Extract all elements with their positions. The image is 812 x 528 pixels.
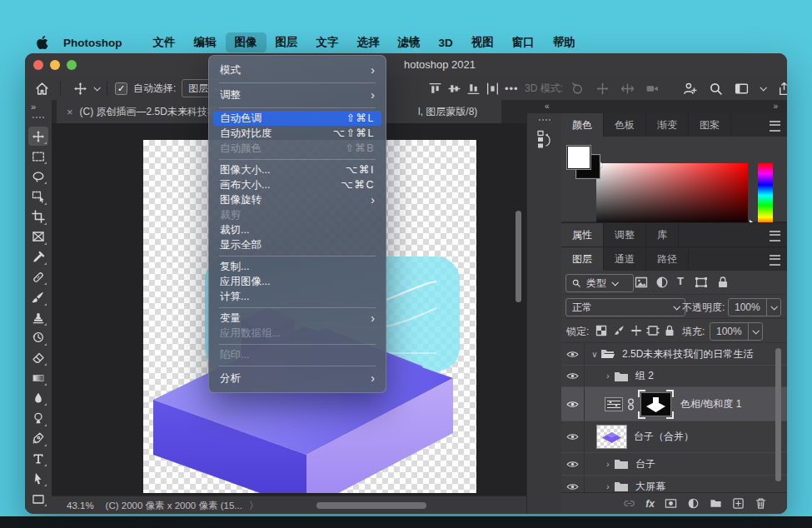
- move-tool[interactable]: [28, 127, 48, 146]
- lasso-tool[interactable]: [28, 167, 48, 186]
- menu-item-mode[interactable]: 模式›: [209, 61, 386, 79]
- menubar-item-filter[interactable]: 滤镜: [389, 32, 430, 52]
- healing-brush-tool[interactable]: [28, 267, 48, 286]
- menubar-item-help[interactable]: 帮助: [544, 32, 585, 52]
- more-options-button[interactable]: •••: [505, 77, 519, 100]
- hue-slider[interactable]: [758, 163, 773, 227]
- home-button[interactable]: [35, 77, 49, 100]
- menubar-item-select[interactable]: 选择: [348, 32, 389, 52]
- layer-name[interactable]: 2.5D未来科技我们的日常生活: [622, 347, 753, 361]
- visibility-eye-icon[interactable]: [561, 453, 585, 475]
- new-group-icon[interactable]: [710, 497, 722, 510]
- layer-name[interactable]: 大屏幕: [635, 480, 665, 494]
- close-tab-icon[interactable]: ×: [67, 106, 73, 118]
- canvas-vertical-scrollbar[interactable]: [516, 211, 521, 302]
- apple-logo-icon[interactable]: [37, 36, 48, 49]
- close-window-button[interactable]: [33, 60, 43, 70]
- align-top-edges-icon[interactable]: [428, 82, 442, 96]
- group-expanded-chevron-icon[interactable]: ∨: [589, 350, 600, 359]
- collapse-strip-chevrons-icon[interactable]: «: [545, 102, 550, 111]
- share-export-icon[interactable]: [777, 82, 787, 96]
- auto-select-checkbox[interactable]: ✓: [115, 82, 127, 95]
- tab-paths[interactable]: 路径: [646, 247, 689, 271]
- menu-item-trim[interactable]: 裁切...: [209, 222, 386, 237]
- canvas-horizontal-scrollbar[interactable]: [316, 502, 426, 509]
- menubar-item-file[interactable]: 文件: [144, 32, 185, 52]
- lock-all-icon[interactable]: [663, 324, 676, 337]
- maximize-window-button[interactable]: [67, 60, 77, 70]
- layer-styles-fx-icon[interactable]: fx: [645, 498, 655, 510]
- delete-layer-icon[interactable]: [755, 497, 767, 510]
- layer-name[interactable]: 色相/饱和度 1: [680, 397, 741, 411]
- visibility-eye-icon[interactable]: [561, 476, 585, 493]
- menu-item-image-rotation[interactable]: 图像旋转›: [209, 192, 386, 207]
- tab-swatches[interactable]: 色板: [604, 113, 646, 137]
- color-saturation-brightness-field[interactable]: [596, 163, 748, 227]
- tool-preset-chevron-icon[interactable]: [93, 84, 100, 91]
- filter-type-dropdown[interactable]: 类型: [565, 274, 634, 292]
- foreground-color-swatch[interactable]: [567, 146, 590, 169]
- menu-item-reveal-all[interactable]: 显示全部: [209, 237, 386, 252]
- align-vertical-centers-icon[interactable]: [447, 82, 461, 96]
- menu-item-apply-image[interactable]: 应用图像...: [209, 274, 386, 289]
- menu-item-auto-tone[interactable]: 自动色调⇧⌘L: [213, 111, 381, 126]
- visibility-eye-icon[interactable]: [561, 421, 585, 452]
- dodge-tool[interactable]: [28, 409, 48, 428]
- align-bottom-edges-icon[interactable]: [466, 82, 481, 96]
- menu-item-canvas-size[interactable]: 画布大小...⌥⌘C: [209, 177, 386, 192]
- adjustment-layer-thumbnail[interactable]: [605, 397, 623, 411]
- menu-item-adjustments[interactable]: 调整›: [209, 86, 386, 104]
- brush-tool[interactable]: [28, 288, 48, 307]
- crop-tool[interactable]: [28, 207, 48, 227]
- share-for-review-icon[interactable]: [683, 82, 697, 96]
- toolbar-expand-chevrons-icon[interactable]: »: [25, 100, 52, 112]
- menu-item-analysis[interactable]: 分析›: [209, 369, 386, 387]
- tab-channels[interactable]: 通道: [604, 247, 646, 271]
- blend-mode-dropdown[interactable]: 正常: [565, 298, 685, 316]
- menu-item-calculations[interactable]: 计算...: [209, 289, 386, 304]
- blur-tool[interactable]: [28, 388, 48, 407]
- strip-grip-handle[interactable]: [538, 118, 551, 122]
- tab-layers[interactable]: 图层: [561, 247, 604, 271]
- menubar-item-type[interactable]: 文字: [307, 32, 348, 52]
- layer-row-hue-saturation[interactable]: 色相/饱和度 1: [561, 387, 787, 421]
- layer-filtering-toggle[interactable]: [753, 274, 764, 290]
- new-layer-icon[interactable]: [732, 497, 745, 510]
- link-layers-icon[interactable]: [623, 497, 635, 510]
- layer-thumbnail[interactable]: [596, 425, 627, 449]
- menubar-item-3d[interactable]: 3D: [430, 34, 462, 52]
- layer-name[interactable]: 组 2: [635, 369, 654, 383]
- minimize-window-button[interactable]: [50, 60, 60, 70]
- search-icon[interactable]: [709, 82, 723, 96]
- rectangle-tool[interactable]: [28, 489, 48, 508]
- toolbar-grip-handle[interactable]: [32, 116, 45, 120]
- lock-pixels-icon[interactable]: [613, 324, 626, 337]
- tab-libraries[interactable]: 库: [646, 223, 679, 247]
- clone-stamp-tool[interactable]: [28, 308, 48, 327]
- menubar-item-layer[interactable]: 图层: [267, 32, 307, 52]
- workspace-switcher-icon[interactable]: [735, 82, 749, 96]
- filter-pixel-layers-icon[interactable]: [635, 276, 648, 289]
- menubar-item-image[interactable]: 图像: [226, 32, 267, 52]
- properties-panel-menu-icon[interactable]: [770, 231, 780, 242]
- fill-value-field[interactable]: 100%: [710, 322, 763, 341]
- opacity-value-field[interactable]: 100%: [728, 298, 781, 316]
- layer-row-platform-group[interactable]: › 台子: [561, 453, 787, 476]
- eyedropper-tool[interactable]: [28, 247, 48, 266]
- object-selection-tool[interactable]: [28, 187, 48, 207]
- layers-panel-menu-icon[interactable]: [770, 255, 780, 266]
- gradient-tool[interactable]: [28, 368, 48, 387]
- zoom-level-field[interactable]: 43.1%: [67, 501, 94, 511]
- color-panel-menu-icon[interactable]: [770, 121, 780, 132]
- lock-transparency-icon[interactable]: [595, 324, 608, 337]
- layer-mask-thumbnail[interactable]: [640, 392, 671, 416]
- frame-tool[interactable]: [28, 227, 48, 247]
- layer-row-group-2[interactable]: › 组 2: [561, 366, 787, 387]
- tab-properties[interactable]: 属性: [561, 223, 604, 247]
- menu-item-duplicate[interactable]: 复制...: [209, 259, 386, 274]
- path-selection-tool[interactable]: [28, 469, 48, 488]
- filter-adjustment-layers-icon[interactable]: [655, 276, 669, 289]
- layer-row-big-screen-group[interactable]: › 大屏幕: [561, 476, 787, 493]
- group-collapsed-chevron-icon[interactable]: ›: [602, 482, 614, 491]
- new-adjustment-layer-icon[interactable]: [687, 497, 700, 510]
